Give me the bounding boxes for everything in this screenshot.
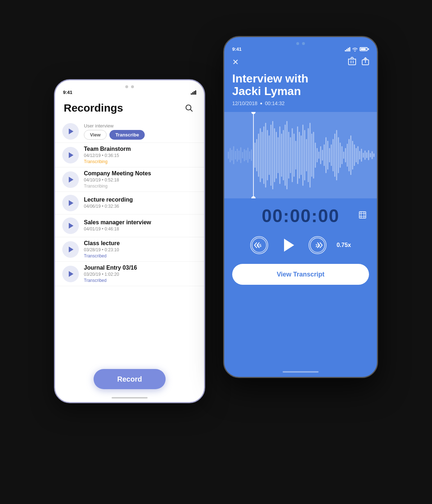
svg-rect-36 [281,134,282,177]
svg-rect-50 [306,139,307,171]
svg-rect-18 [247,148,248,163]
recording-item-3: Lecture recording 04/06/19 • 0:32:36 [55,192,204,215]
svg-rect-87 [372,151,373,159]
speed-button[interactable]: 0.75x [337,242,351,248]
notch-dot-4 [302,42,305,45]
svg-rect-57 [318,152,319,159]
svg-rect-58 [320,146,321,164]
svg-rect-67 [336,130,337,180]
recording-info-5: Class lecture 03/28/19 • 0:23:10 Transcr… [84,240,197,258]
wifi-icon [352,47,358,51]
svg-rect-27 [265,123,266,188]
play-icon-5 [69,247,73,252]
svg-rect-43 [293,134,294,177]
recording-name-4: Sales manager interview [84,219,197,226]
play-main-button[interactable] [278,235,298,255]
delete-button[interactable] [348,57,356,67]
svg-rect-32 [274,128,275,182]
svg-rect-25 [262,132,263,179]
recording-item-6: Journal Entry 03/16 03/20/19 • 1:02:20 T… [55,262,204,286]
recordings-title: Recordings [64,102,123,114]
svg-rect-35 [279,126,280,184]
svg-rect-34 [278,137,279,173]
skip-back-button[interactable]: 15 [250,236,268,254]
svg-rect-71 [343,152,344,159]
phone2-time: 9:41 [232,46,242,52]
recording-info-1: Team Brainstorm 04/12/19 • 0:36:15 Trans… [84,146,197,164]
svg-rect-48 [302,125,303,186]
svg-rect-38 [285,125,286,186]
recording-meta-4: 04/01/19 • 0:46:18 [84,226,197,231]
svg-rect-2 [348,59,356,65]
svg-rect-61 [325,137,327,173]
recording-meta-2: 04/10/19 • 0:52:18 [84,177,197,183]
svg-rect-83 [364,150,365,160]
notch-dot-2 [131,85,134,88]
svg-rect-30 [270,125,271,186]
svg-rect-15 [242,152,243,158]
share-button[interactable] [362,57,369,67]
play-button-3[interactable] [62,195,79,211]
svg-rect-29 [269,135,270,175]
recording-meta-1: 04/12/19 • 0:36:15 [84,153,197,158]
svg-rect-69 [339,143,341,168]
svg-rect-65 [333,139,334,171]
crop-icon[interactable] [358,211,367,221]
recording-info-6: Journal Entry 03/16 03/20/19 • 1:02:20 T… [84,265,197,283]
svg-rect-76 [352,141,353,170]
play-button-5[interactable] [62,241,79,258]
record-label: Record [117,375,142,383]
play-icon-4 [69,223,73,229]
play-button-2[interactable] [62,171,79,188]
svg-rect-88 [373,153,374,157]
svg-rect-60 [324,144,325,166]
view-transcript-button[interactable]: View Transcript [232,264,369,285]
svg-rect-74 [348,139,350,171]
svg-rect-44 [295,141,296,170]
recording-status-5: Transcribed [84,253,197,258]
item-actions-0: View Transcribe [84,130,197,140]
phone1-status-bar: 9:41 [55,90,204,98]
phone-recordings: 9:41 Recordings [54,79,205,403]
recording-meta-detail: 12/10/2018 00:14:32 [232,100,369,106]
phone1-status-right [191,90,196,95]
svg-rect-41 [290,137,291,173]
signal-icon [191,90,196,95]
recording-info-4: Sales manager interview 04/01/19 • 0:46:… [84,219,197,233]
svg-rect-64 [331,144,332,166]
recording-meta-6: 03/20/19 • 1:02:20 [84,272,197,277]
search-button[interactable] [183,102,195,114]
signal-icon-2 [345,47,350,51]
svg-rect-55 [315,143,316,168]
recording-status-1: Transcribing [84,159,197,164]
play-button-1[interactable] [62,147,79,163]
svg-rect-20 [251,149,252,161]
play-icon-2 [69,177,73,183]
svg-rect-8 [230,148,231,162]
play-icon-0 [69,129,73,134]
phone1-notch [55,80,204,88]
recording-name-3: Lecture recording [84,197,197,203]
svg-rect-53 [311,134,312,177]
close-button[interactable]: ✕ [232,58,239,67]
record-button[interactable]: Record [94,369,166,389]
svg-rect-45 [297,126,298,184]
play-button-4[interactable] [62,217,79,234]
svg-rect-73 [347,144,348,167]
transcribe-button[interactable]: Transcribe [109,130,145,140]
view-button[interactable]: View [84,130,107,140]
svg-rect-86 [370,153,371,157]
svg-rect-51 [308,128,309,182]
skip-forward-button[interactable]: 15 [309,236,327,254]
svg-rect-24 [260,128,261,182]
recording-item-1: Team Brainstorm 04/12/19 • 0:36:15 Trans… [55,143,204,167]
play-button-6[interactable] [62,266,79,282]
svg-rect-22 [256,139,257,171]
playhead [253,112,254,198]
play-icon-3 [69,200,73,206]
svg-rect-52 [310,123,311,188]
play-button-0[interactable] [62,123,79,140]
phone2-status-bar: 9:41 [224,46,377,55]
svg-rect-14 [240,147,241,163]
waveform-area[interactable] [224,112,377,198]
